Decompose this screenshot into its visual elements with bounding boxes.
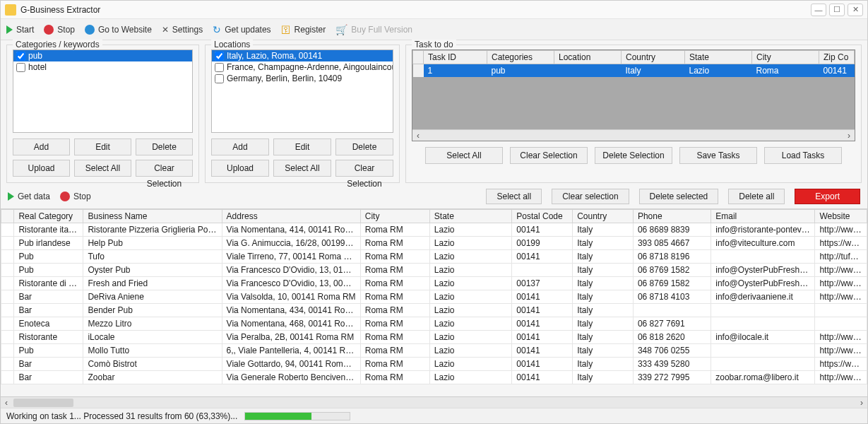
results-column-header[interactable]: Postal Code <box>512 210 573 223</box>
tasks-hscrollbar[interactable]: ‹ › <box>412 129 855 141</box>
locations-delete-button[interactable]: Delete <box>335 139 393 155</box>
results-row[interactable]: Ristorante italianoRistorante Pizzeria G… <box>1 223 867 237</box>
results-row[interactable]: RistoranteiLocaleVia Peralba, 2B, 00141 … <box>1 331 867 344</box>
get-data-button[interactable]: Get data <box>8 192 50 201</box>
results-clear-button[interactable]: Clear selection <box>552 189 629 204</box>
categories-add-button[interactable]: Add <box>13 139 70 155</box>
results-cell: 00141 <box>512 331 573 344</box>
results-row[interactable]: PubOyster PubVia Francesco D'Ovidio, 13,… <box>1 264 867 277</box>
tasks-column-header[interactable]: Location <box>554 51 622 64</box>
scroll-right-icon[interactable]: › <box>856 397 867 408</box>
tasks-column-header[interactable]: State <box>685 51 752 64</box>
results-column-header[interactable]: Business Name <box>83 210 222 223</box>
tasks-save-button[interactable]: Save Tasks <box>679 147 757 164</box>
locations-upload-button[interactable]: Upload <box>211 160 269 177</box>
results-cell: 6,, Viale Pantelleria, 4, 00141 Roma RM <box>222 344 360 358</box>
results-column-header[interactable]: Country <box>573 210 634 223</box>
results-column-header[interactable]: Website <box>815 210 867 223</box>
results-column-header[interactable]: Real Category <box>14 210 83 223</box>
results-row[interactable]: EnotecaMezzo LitroVia Nomentana, 468, 00… <box>1 317 867 331</box>
goto-website-button[interactable]: Go to Website <box>85 25 152 35</box>
scroll-left-icon[interactable]: ‹ <box>1 397 12 408</box>
results-row[interactable]: Pub irlandeseHelp PubVia G. Animuccia, 1… <box>1 237 867 250</box>
categories-upload-button[interactable]: Upload <box>13 160 70 177</box>
categories-edit-button[interactable]: Edit <box>74 139 131 155</box>
tasks-column-header[interactable]: Categories <box>487 51 554 64</box>
scroll-right-icon[interactable]: › <box>843 131 855 141</box>
settings-button[interactable]: ✕ Settings <box>162 25 203 35</box>
buy-full-button[interactable]: 🛒 Buy Full Version <box>335 24 412 35</box>
task-row[interactable]: 1 pub Italy Lazio Roma 00141 <box>413 64 855 78</box>
results-selectall-button[interactable]: Select all <box>486 189 542 204</box>
minimize-button[interactable]: — <box>811 4 826 16</box>
locations-selectall-button[interactable]: Select All <box>273 160 331 177</box>
results-cell: Tufo <box>83 250 222 264</box>
locations-checkbox[interactable] <box>215 63 224 72</box>
results-row[interactable]: BarZoobarVia Generale Roberto Bencivenga… <box>1 371 867 384</box>
tasks-column-header[interactable]: Task ID <box>424 51 487 64</box>
categories-checkbox[interactable] <box>16 52 25 61</box>
categories-delete-button[interactable]: Delete <box>136 139 193 155</box>
results-column-header[interactable]: Email <box>711 210 815 223</box>
task-cell: 00141 <box>819 64 855 78</box>
results-column-header[interactable]: Address <box>222 210 360 223</box>
locations-listbox[interactable]: Italy, Lazio, Roma, 00141France, Champag… <box>211 49 393 133</box>
categories-listbox[interactable]: pubhotel <box>13 49 193 133</box>
tasks-selectall-button[interactable]: Select All <box>425 147 503 164</box>
results-row[interactable]: Ristorante di pesceFresh and FriedVia Fr… <box>1 277 867 290</box>
results-row[interactable]: BarComò BistrotViale Gottardo, 94, 00141… <box>1 358 867 371</box>
stop-button[interactable]: Stop <box>44 25 75 35</box>
register-button[interactable]: ⚿ Register <box>281 24 326 35</box>
get-updates-button[interactable]: ↻ Get updates <box>213 24 270 35</box>
results-row[interactable]: PubMollo Tutto6,, Viale Pantelleria, 4, … <box>1 344 867 358</box>
results-cell <box>815 317 867 331</box>
scroll-left-icon[interactable]: ‹ <box>412 131 424 141</box>
locations-item[interactable]: Germany, Berlin, Berlin, 10409 <box>212 73 393 84</box>
locations-add-button[interactable]: Add <box>211 139 269 155</box>
results-delete-all-button[interactable]: Delete all <box>728 189 785 204</box>
results-cell: Lazio <box>429 304 511 317</box>
globe-icon <box>85 25 95 35</box>
results-cell: 339 272 7995 <box>633 371 711 384</box>
categories-selectall-button[interactable]: Select All <box>74 160 131 177</box>
tasks-column-header[interactable]: City <box>752 51 819 64</box>
scroll-thumb[interactable] <box>13 399 73 407</box>
results-cell <box>512 264 573 277</box>
results-cell: Via Nomentana, 434, 00141 Roma RM <box>222 304 360 317</box>
locations-clear-button[interactable]: Clear Selection <box>335 160 393 177</box>
categories-checkbox[interactable] <box>16 63 25 72</box>
results-row[interactable]: PubTufoViale Tirreno, 77, 00141 Roma RMR… <box>1 250 867 264</box>
tasks-table-wrap[interactable]: Task IDCategoriesLocationCountryStateCit… <box>412 49 855 141</box>
results-stop-button[interactable]: Stop <box>60 192 91 201</box>
results-row[interactable]: BarDeRiva AnieneVia Valsolda, 10, 00141 … <box>1 290 867 304</box>
results-cell: Via Nomentana, 468, 00141 Roma RM <box>222 317 360 331</box>
results-cell: http://www.zoobar. <box>815 371 867 384</box>
results-cell: Roma RM <box>360 290 429 304</box>
results-cell: Roma RM <box>360 223 429 237</box>
results-column-header[interactable]: Phone <box>633 210 711 223</box>
locations-edit-button[interactable]: Edit <box>273 139 331 155</box>
categories-clear-button[interactable]: Clear Selection <box>136 160 193 177</box>
tasks-delete-selection-button[interactable]: Delete Selection <box>595 147 672 164</box>
tasks-clear-button[interactable]: Clear Selection <box>510 147 588 164</box>
results-row[interactable]: BarBender PubVia Nomentana, 434, 00141 R… <box>1 304 867 317</box>
results-scroll[interactable]: Real CategoryBusiness NameAddressCitySta… <box>1 209 867 396</box>
results-column-header[interactable]: City <box>360 210 429 223</box>
locations-checkbox[interactable] <box>215 52 224 61</box>
tasks-load-button[interactable]: Load Tasks <box>764 147 842 164</box>
results-column-header[interactable]: State <box>429 210 511 223</box>
categories-item[interactable]: pub <box>13 50 192 61</box>
results-area: Real CategoryBusiness NameAddressCitySta… <box>1 208 867 408</box>
categories-item[interactable]: hotel <box>13 61 192 73</box>
tasks-column-header[interactable]: Country <box>622 51 685 64</box>
close-button[interactable]: ✕ <box>848 4 863 16</box>
locations-item[interactable]: Italy, Lazio, Roma, 00141 <box>212 50 393 61</box>
start-button[interactable]: Start <box>6 25 34 35</box>
results-delete-selected-button[interactable]: Delete selected <box>639 189 719 204</box>
maximize-button[interactable]: ☐ <box>829 4 845 16</box>
locations-item[interactable]: France, Champagne-Ardenne, Aingoulaincou… <box>212 61 393 73</box>
results-hscrollbar[interactable]: ‹ › <box>1 396 867 408</box>
tasks-column-header[interactable]: Zip Co <box>819 51 855 64</box>
export-button[interactable]: Export <box>795 189 860 204</box>
locations-checkbox[interactable] <box>215 74 224 83</box>
